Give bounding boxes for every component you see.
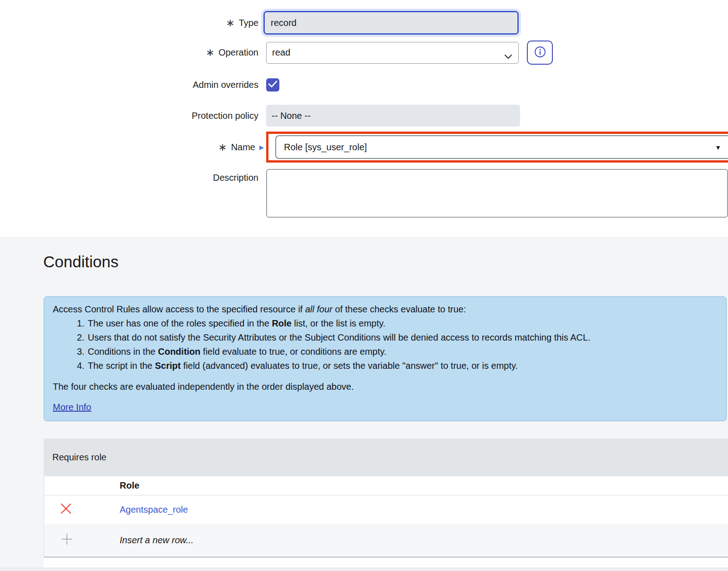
operation-select[interactable]: read <box>266 42 519 64</box>
name-selected-value: Role [sys_user_role] <box>284 142 367 153</box>
more-info-link[interactable]: More Info <box>53 400 91 414</box>
acl-rule-3: 3.Conditions in the Condition field eval… <box>77 345 715 359</box>
acl-info-box: Access Control Rules allow access to the… <box>44 296 727 421</box>
type-label: ∗ Type <box>0 18 266 28</box>
operation-selected-value: read <box>272 47 290 58</box>
form-row-type: ∗ Type record <box>0 11 728 35</box>
reference-caret-icon: ▶ <box>259 144 264 150</box>
insert-row-label: Insert a new row... <box>120 535 193 545</box>
table-row: Agentspace_role <box>44 495 728 524</box>
plus-icon <box>60 532 74 548</box>
requires-role-table: Role Agentspace_role <box>44 476 728 558</box>
description-label: Description <box>0 169 266 183</box>
role-link[interactable]: Agentspace_role <box>120 505 188 515</box>
form-row-admin-overrides: Admin overrides <box>0 78 728 92</box>
info-icon <box>534 46 546 60</box>
acl-rule-list: 1.The user has one of the roles specifie… <box>53 316 715 373</box>
conditions-section: Conditions Access Control Rules allow ac… <box>0 237 728 571</box>
admin-overrides-label: Admin overrides <box>0 80 266 90</box>
check-icon <box>268 80 278 90</box>
requires-role-header: Requires role <box>44 438 728 476</box>
protection-policy-label-text: Protection policy <box>192 111 258 121</box>
description-label-text: Description <box>213 173 258 183</box>
required-asterisk-icon: ∗ <box>226 18 234 28</box>
acl-rule-2: 2.Users that do not satisfy the Security… <box>77 331 715 345</box>
table-header-row: Role <box>44 476 728 495</box>
description-textarea[interactable] <box>266 169 728 218</box>
acl-rule-1: 1.The user has one of the roles specifie… <box>77 316 715 331</box>
name-label-text: Name <box>231 142 255 153</box>
chevron-down-icon <box>504 51 512 61</box>
form-row-description: Description <box>0 169 728 218</box>
red-annotation-box: Role [sys_user_role] ▼ <box>266 132 728 163</box>
role-column-header: Role <box>120 480 728 491</box>
admin-overrides-label-text: Admin overrides <box>192 80 258 90</box>
info-intro-emphasis: all four <box>305 304 333 314</box>
form-row-operation: ∗ Operation read <box>0 41 728 65</box>
admin-overrides-checkbox[interactable] <box>266 78 279 92</box>
type-label-text: Type <box>239 18 258 28</box>
operation-info-button[interactable] <box>527 41 553 65</box>
conditions-heading: Conditions <box>43 251 728 273</box>
required-asterisk-icon: ∗ <box>218 142 227 153</box>
info-footer: The four checks are evaluated independen… <box>53 380 715 394</box>
dropdown-arrow-icon: ▼ <box>715 144 721 151</box>
info-intro: Access Control Rules allow access to the… <box>53 302 715 316</box>
bottom-strip <box>0 567 728 571</box>
name-select[interactable]: Role [sys_user_role] ▼ <box>275 135 728 159</box>
type-field[interactable]: record <box>265 12 517 33</box>
requires-role-title: Requires role <box>52 452 106 463</box>
delete-row-icon[interactable] <box>60 503 72 516</box>
insert-new-row[interactable]: Insert a new row... <box>44 524 728 556</box>
acl-form: ∗ Type record ∗ Operation read <box>0 0 728 218</box>
content-spacer <box>44 558 728 567</box>
name-label: ∗ Name ▶ <box>0 142 266 153</box>
required-asterisk-icon: ∗ <box>206 47 214 58</box>
type-field-focus-ring: record <box>263 11 519 35</box>
acl-rule-4: 4.The script in the Script field (advanc… <box>77 359 715 373</box>
protection-policy-label: Protection policy <box>0 111 266 121</box>
operation-label-text: Operation <box>218 47 258 58</box>
form-row-name: ∗ Name ▶ Role [sys_user_role] ▼ <box>0 132 728 163</box>
form-row-protection-policy: Protection policy -- None -- <box>0 105 728 127</box>
protection-policy-field: -- None -- <box>266 105 520 127</box>
operation-label: ∗ Operation <box>0 47 266 58</box>
